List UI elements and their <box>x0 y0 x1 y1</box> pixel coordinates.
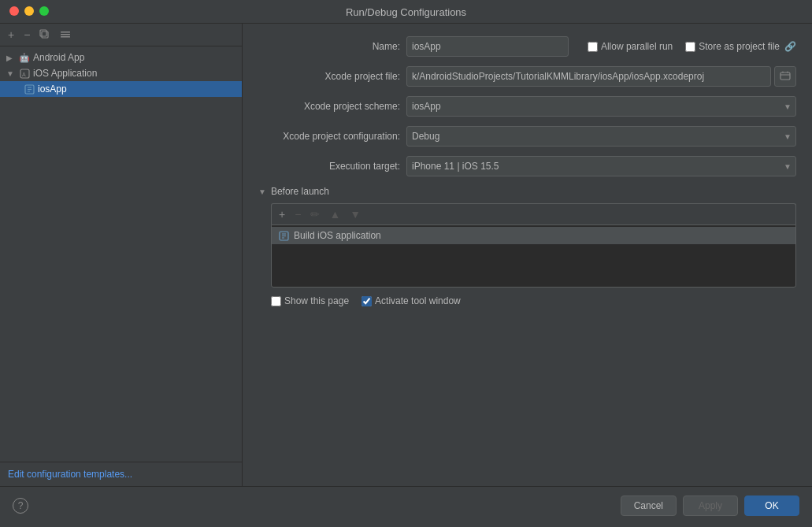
collapse-arrow-ios: ▼ <box>6 69 16 78</box>
xcode-project-scheme-row: Xcode project scheme: iosApp ▼ <box>258 96 796 117</box>
collapse-arrow: ▶ <box>6 54 16 62</box>
before-launch-content: + − ✏ ▲ ▼ Build iOS applicati <box>271 203 796 288</box>
xcode-project-file-input[interactable] <box>406 66 771 87</box>
iosapp-label: iosApp <box>38 84 67 95</box>
before-launch-move-up-button[interactable]: ▲ <box>325 206 344 222</box>
execution-target-label: Execution target: <box>258 161 400 172</box>
bottom-left: ? <box>13 498 614 514</box>
xcode-project-config-row: Xcode project configuration: Debug ▼ <box>258 126 796 147</box>
cancel-button[interactable]: Cancel <box>621 495 677 516</box>
allow-parallel-run-label: Allow parallel run <box>601 41 673 52</box>
right-panel: Name: Allow parallel run Store as projec… <box>243 24 812 486</box>
remove-config-button[interactable]: − <box>20 27 33 43</box>
ios-application-label: iOS Application <box>33 68 97 79</box>
before-launch-edit-button[interactable]: ✏ <box>306 206 324 222</box>
activate-tool-window-text: Activate tool window <box>375 295 461 306</box>
build-ios-icon <box>278 230 289 241</box>
execution-target-row: Execution target: iPhone 11 | iOS 15.5 ▼ <box>258 156 796 176</box>
activate-tool-window-checkbox[interactable] <box>362 296 372 306</box>
show-this-page-checkbox[interactable] <box>271 296 281 306</box>
checkboxes-row: Show this page Activate tool window <box>271 295 796 306</box>
svg-rect-1 <box>40 30 46 36</box>
show-this-page-label[interactable]: Show this page <box>271 295 349 306</box>
before-launch-move-down-button[interactable]: ▼ <box>346 206 365 222</box>
title-bar: Run/Debug Configurations <box>0 0 812 24</box>
execution-target-select-wrapper: iPhone 11 | iOS 15.5 ▼ <box>406 156 796 176</box>
svg-rect-4 <box>61 36 70 38</box>
bottom-bar: ? Cancel Apply OK <box>0 486 812 524</box>
apply-button[interactable]: Apply <box>683 495 738 516</box>
name-input[interactable] <box>406 36 569 57</box>
copy-config-button[interactable] <box>36 28 54 42</box>
move-config-button[interactable] <box>57 28 74 42</box>
before-launch-remove-button[interactable]: − <box>291 206 305 222</box>
maximize-button[interactable] <box>39 6 49 16</box>
browse-button[interactable] <box>774 66 796 87</box>
xcode-project-config-select[interactable]: Debug <box>406 126 796 147</box>
window-title: Run/Debug Configurations <box>346 6 466 18</box>
store-as-project-icon: 🔗 <box>784 41 796 52</box>
svg-rect-3 <box>61 32 70 33</box>
sidebar: + − ▶ 🤖 Android App <box>0 24 243 486</box>
before-launch-section: ▼ Before launch + − ✏ ▲ ▼ <box>258 186 796 306</box>
xcode-project-config-label: Xcode project configuration: <box>258 131 400 142</box>
traffic-lights <box>9 6 49 16</box>
allow-parallel-run-checkbox-label[interactable]: Allow parallel run <box>588 41 673 52</box>
before-launch-add-button[interactable]: + <box>275 206 289 222</box>
before-launch-toolbar: + − ✏ ▲ ▼ <box>271 203 796 225</box>
tree-area: ▶ 🤖 Android App ▼ A iOS Application <box>0 46 242 462</box>
before-launch-list: Build iOS application <box>271 225 796 288</box>
add-config-button[interactable]: + <box>5 27 17 43</box>
allow-parallel-run-checkbox[interactable] <box>588 42 598 52</box>
tree-item-ios-application[interactable]: ▼ A iOS Application <box>0 65 242 81</box>
svg-rect-8 <box>780 72 790 80</box>
store-as-project-checkbox[interactable] <box>685 42 695 52</box>
store-as-project-checkbox-label[interactable]: Store as project file 🔗 <box>685 41 796 52</box>
before-launch-label: Before launch <box>271 186 329 197</box>
edit-templates-link[interactable]: Edit configuration templates... <box>0 462 242 486</box>
xcode-project-file-input-wrapper <box>406 66 796 87</box>
xcode-project-scheme-select[interactable]: iosApp <box>406 96 796 117</box>
xcode-project-file-label: Xcode project file: <box>258 71 400 82</box>
minimize-button[interactable] <box>24 6 34 16</box>
android-app-label: Android App <box>33 52 84 63</box>
close-button[interactable] <box>9 6 19 16</box>
build-ios-label: Build iOS application <box>294 230 381 241</box>
execution-target-select[interactable]: iPhone 11 | iOS 15.5 <box>406 156 796 176</box>
show-this-page-text: Show this page <box>284 295 349 306</box>
tree-item-android-app[interactable]: ▶ 🤖 Android App <box>0 50 242 65</box>
tree-item-iosapp[interactable]: iosApp <box>0 81 242 97</box>
xcode-project-config-select-wrapper: Debug ▼ <box>406 126 796 147</box>
before-launch-item-build-ios[interactable]: Build iOS application <box>272 227 795 244</box>
xcode-project-file-row: Xcode project file: <box>258 66 796 87</box>
before-launch-header[interactable]: ▼ Before launch <box>258 186 796 197</box>
name-label: Name: <box>258 41 400 52</box>
svg-rect-0 <box>42 32 48 38</box>
help-button[interactable]: ? <box>13 498 28 514</box>
header-checkboxes: Allow parallel run Store as project file… <box>588 41 796 52</box>
xcode-project-scheme-select-wrapper: iosApp ▼ <box>406 96 796 117</box>
store-as-project-label: Store as project file <box>699 41 780 52</box>
svg-rect-2 <box>61 34 70 35</box>
android-icon: 🤖 <box>19 52 30 63</box>
activate-tool-window-label[interactable]: Activate tool window <box>362 295 461 306</box>
config-icon <box>24 84 35 95</box>
name-row: Name: Allow parallel run Store as projec… <box>258 36 796 57</box>
xcode-project-scheme-label: Xcode project scheme: <box>258 101 400 112</box>
ok-button[interactable]: OK <box>744 495 799 516</box>
svg-text:A: A <box>22 71 26 76</box>
main-layout: + − ▶ 🤖 Android App <box>0 24 812 486</box>
ios-icon: A <box>19 68 30 79</box>
sidebar-toolbar: + − <box>0 24 242 46</box>
before-launch-collapse-arrow: ▼ <box>258 187 266 196</box>
